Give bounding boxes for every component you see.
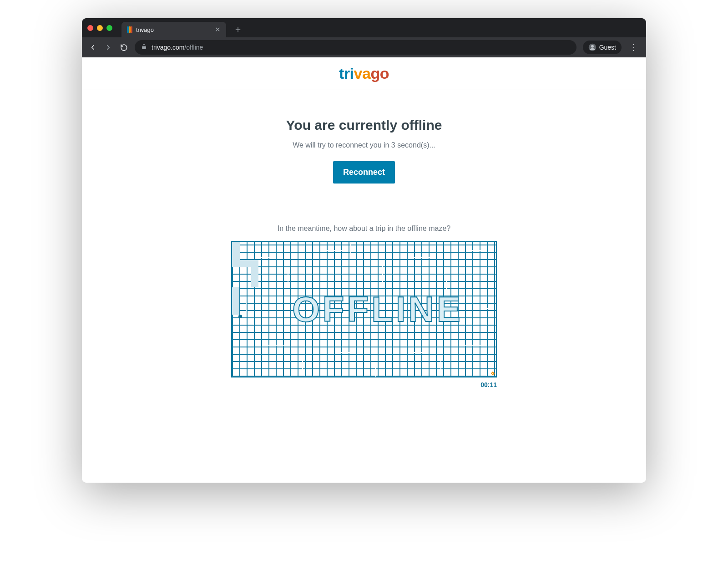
address-bar[interactable]: trivago.com/offline [135, 40, 576, 55]
browser-tab[interactable]: trivago ✕ [121, 22, 226, 37]
profile-chip[interactable]: Guest [583, 41, 622, 54]
site-header: tri va go [82, 57, 646, 90]
maze-game[interactable]: OFFLINE [231, 241, 497, 377]
tab-close-icon[interactable]: ✕ [215, 26, 221, 34]
offline-section: You are currently offline We will try to… [82, 90, 646, 388]
new-tab-button[interactable]: ＋ [233, 23, 243, 36]
browser-chrome: trivago ✕ ＋ [82, 18, 646, 57]
reload-button[interactable] [119, 43, 128, 52]
tab-title: trivago [136, 26, 211, 33]
window-close-button[interactable] [87, 25, 93, 31]
favicon-icon [127, 26, 132, 33]
forward-button[interactable] [104, 43, 113, 52]
browser-toolbar: trivago.com/offline Guest ⋮ [82, 37, 646, 57]
maze-word: OFFLINE [292, 289, 463, 330]
maze-player-icon [238, 315, 242, 318]
reconnect-button[interactable]: Reconnect [333, 161, 395, 184]
maze-goal-icon [491, 372, 495, 375]
url-text: trivago.com/offline [152, 44, 203, 51]
url-host: trivago.com [152, 44, 184, 51]
window-minimize-button[interactable] [97, 25, 103, 31]
url-path: /offline [184, 44, 203, 51]
tab-strip: trivago ✕ ＋ [82, 18, 646, 37]
window-zoom-button[interactable] [106, 25, 112, 31]
logo-seg-3: go [370, 65, 389, 82]
profile-label: Guest [599, 44, 616, 51]
maze-container: OFFLINE 00:11 [231, 241, 497, 388]
browser-window: trivago ✕ ＋ [82, 18, 646, 483]
logo-seg-2: va [354, 65, 371, 82]
maze-timer: 00:11 [231, 381, 497, 388]
offline-subtext: We will try to reconnect you in 3 second… [82, 141, 646, 149]
browser-menu-button[interactable]: ⋮ [628, 42, 640, 52]
profile-icon [588, 43, 597, 51]
trivago-logo[interactable]: tri va go [339, 65, 389, 82]
maze-prompt: In the meantime, how about a trip in the… [82, 224, 646, 233]
page-content: tri va go You are currently offline We w… [82, 57, 646, 483]
offline-headline: You are currently offline [82, 117, 646, 133]
lock-icon [141, 44, 147, 51]
svg-point-1 [591, 45, 594, 48]
window-controls [87, 25, 112, 31]
logo-seg-1: tri [339, 65, 354, 82]
back-button[interactable] [88, 43, 97, 52]
